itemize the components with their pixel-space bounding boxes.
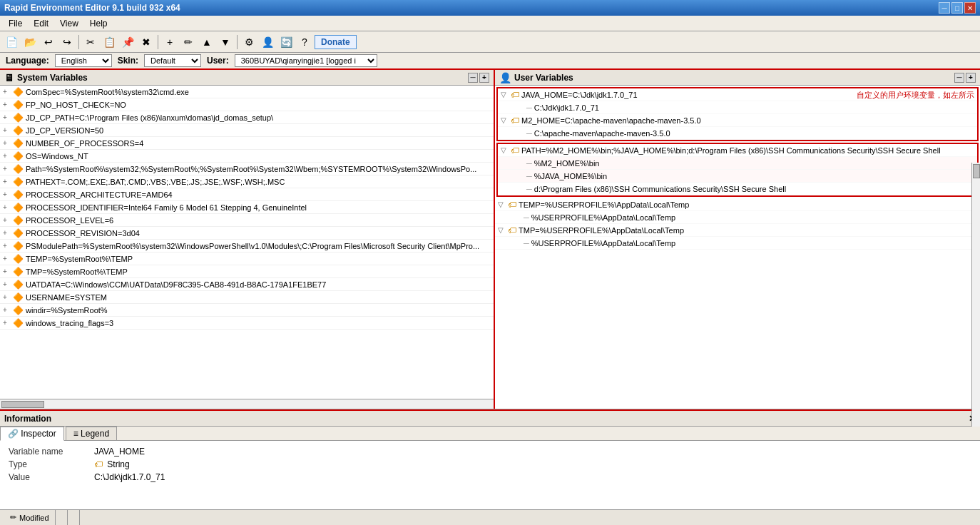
sysvar-pathext[interactable]: + 🔶 PATHEXT=.COM;.EXE;.BAT;.CMD;.VBS;.VB… bbox=[0, 175, 494, 188]
menu-file[interactable]: File bbox=[3, 17, 28, 30]
refresh-button[interactable]: 🔄 bbox=[277, 34, 295, 51]
language-label: Language: bbox=[6, 56, 49, 66]
uservar-temp[interactable]: ▽ 🏷 TEMP=%USERPROFILE%\AppData\Local\Tem… bbox=[495, 198, 980, 211]
status-segment-3 bbox=[68, 510, 80, 525]
delete-button[interactable]: ✖ bbox=[138, 34, 155, 51]
close-button[interactable]: ✕ bbox=[964, 2, 976, 14]
sys-panel-minimize[interactable]: ─ bbox=[468, 73, 478, 83]
toolbar-separator-2 bbox=[158, 35, 158, 49]
cut-button[interactable]: ✂ bbox=[82, 34, 99, 51]
user-panel-expand[interactable]: + bbox=[966, 73, 976, 83]
help-button[interactable]: ? bbox=[296, 34, 313, 51]
info-varname-row: Variable name JAVA_HOME bbox=[9, 447, 971, 457]
user-panel-buttons: ─ + bbox=[954, 73, 976, 83]
uservar-path-m2[interactable]: ─ %M2_HOME%\bin bbox=[498, 157, 977, 170]
sys-panel-icon: 🖥 bbox=[4, 72, 14, 83]
tab-inspector[interactable]: 🔗 Inspector bbox=[0, 427, 64, 441]
user-label: User: bbox=[207, 56, 229, 66]
profile-button[interactable]: 👤 bbox=[259, 34, 276, 51]
uservar-path[interactable]: ▽ 🏷 PATH=%M2_HOME%\bin;%JAVA_HOME%\bin;d… bbox=[498, 144, 977, 157]
uservar-path-ssh[interactable]: ─ d:\Program Files (x86)\SSH Communicati… bbox=[498, 183, 977, 195]
user-panel-header: 👤 User Variables ─ + bbox=[495, 70, 980, 86]
redo-button[interactable]: ↪ bbox=[58, 34, 76, 51]
sysvar-num-processors[interactable]: + 🔶 NUMBER_OF_PROCESSORS=4 bbox=[0, 137, 494, 150]
user-panel-icon: 👤 bbox=[499, 72, 511, 83]
menu-view[interactable]: View bbox=[54, 17, 84, 30]
status-modified: ✏ Modified bbox=[4, 510, 56, 525]
system-variables-panel: 🖥 System Variables ─ + + 🔶 ComSpec=%Syst… bbox=[0, 70, 495, 409]
edit-button[interactable]: ✏ bbox=[180, 34, 197, 51]
sysvar-path[interactable]: + 🔶 Path=%SystemRoot%\system32;%SystemRo… bbox=[0, 163, 494, 175]
sysvar-compspec[interactable]: + 🔶 ComSpec=%SystemRoot%\system32\cmd.ex… bbox=[0, 86, 494, 98]
sys-variables-list: + 🔶 ComSpec=%SystemRoot%\system32\cmd.ex… bbox=[0, 86, 494, 399]
sysvar-proc-id[interactable]: + 🔶 PROCESSOR_IDENTIFIER=Intel64 Family … bbox=[0, 201, 494, 214]
toolbar: 📄 📂 ↩ ↪ ✂ 📋 📌 ✖ + ✏ ▲ ▼ ⚙ 👤 🔄 ? Donate bbox=[0, 31, 980, 53]
sysvar-jd-cp-version[interactable]: + 🔶 JD_CP_VERSION=50 bbox=[0, 124, 494, 137]
add-button[interactable]: + bbox=[161, 34, 178, 51]
donate-button[interactable]: Donate bbox=[315, 35, 357, 49]
sys-panel-header: 🖥 System Variables ─ + bbox=[0, 70, 494, 86]
tab-legend[interactable]: ≡ Legend bbox=[66, 427, 117, 440]
sysvar-username[interactable]: + 🔶 USERNAME=SYSTEM bbox=[0, 291, 494, 304]
user-vscrollbar[interactable] bbox=[971, 163, 980, 427]
minimize-button[interactable]: ─ bbox=[939, 2, 950, 14]
sysvar-jd-cp-path[interactable]: + 🔶 JD_CP_PATH=C:\Program Files (x86)\la… bbox=[0, 111, 494, 124]
sysvar-proc-arch[interactable]: + 🔶 PROCESSOR_ARCHITECTURE=AMD64 bbox=[0, 188, 494, 201]
skin-select[interactable]: Default bbox=[144, 54, 201, 67]
statusbar: ✏ Modified bbox=[0, 509, 980, 525]
uservar-tmp[interactable]: ▽ 🏷 TMP=%USERPROFILE%\AppData\Local\Temp bbox=[495, 224, 980, 237]
move-up-button[interactable]: ▲ bbox=[198, 34, 215, 51]
user-panel-title: User Variables bbox=[514, 73, 573, 83]
open-button[interactable]: 📂 bbox=[21, 34, 39, 51]
language-select[interactable]: English bbox=[55, 54, 112, 67]
app-title: Rapid Environment Editor 9.1 build 932 x… bbox=[4, 3, 180, 13]
uservar-m2-home-value[interactable]: ─ C:\apache-maven\apache-maven-3.5.0 bbox=[498, 127, 977, 140]
undo-button[interactable]: ↩ bbox=[40, 34, 57, 51]
uservar-temp-value[interactable]: ─ %USERPROFILE%\AppData\Local\Temp bbox=[495, 211, 980, 224]
uservar-tmp-value[interactable]: ─ %USERPROFILE%\AppData\Local\Temp bbox=[495, 237, 980, 250]
copy-button[interactable]: 📋 bbox=[101, 34, 118, 51]
langbar: Language: English Skin: Default User: 36… bbox=[0, 53, 980, 70]
main-area: 🖥 System Variables ─ + + 🔶 ComSpec=%Syst… bbox=[0, 70, 980, 409]
sysvar-windir[interactable]: + 🔶 windir=%SystemRoot% bbox=[0, 304, 494, 317]
sysvar-tracing[interactable]: + 🔶 windows_tracing_flags=3 bbox=[0, 317, 494, 330]
string-type-icon: 🏷 bbox=[94, 459, 103, 469]
hscroll-thumb[interactable] bbox=[1, 401, 44, 408]
move-down-button[interactable]: ▼ bbox=[217, 34, 234, 51]
info-varname-label: Variable name bbox=[9, 447, 94, 457]
paste-button[interactable]: 📌 bbox=[119, 34, 136, 51]
user-panel-minimize[interactable]: ─ bbox=[954, 73, 964, 83]
sysvar-proc-rev[interactable]: + 🔶 PROCESSOR_REVISION=3d04 bbox=[0, 227, 494, 240]
uservar-m2-home[interactable]: ▽ 🏷 M2_HOME=C:\apache-maven\apache-maven… bbox=[498, 114, 977, 127]
sysvar-uatdata[interactable]: + 🔶 UATDATA=C:\Windows\CCM\UATData\D9F8C… bbox=[0, 278, 494, 291]
user-variables-list: 自定义的用户环境变量，如左所示 ▽ 🏷 JAVA_HOME=C:\Jdk\jdk… bbox=[495, 86, 980, 409]
toolbar-separator-3 bbox=[237, 35, 238, 49]
modified-icon: ✏ bbox=[10, 513, 16, 522]
info-content: Variable name JAVA_HOME Type 🏷 String Va… bbox=[0, 441, 980, 491]
sysvar-proc-level[interactable]: + 🔶 PROCESSOR_LEVEL=6 bbox=[0, 214, 494, 227]
info-type-label: Type bbox=[9, 459, 94, 469]
user-vscroll-thumb[interactable] bbox=[973, 164, 980, 178]
status-segment-2 bbox=[56, 510, 68, 525]
sysvar-os[interactable]: + 🔶 OS=Windows_NT bbox=[0, 150, 494, 163]
uservar-java-home-value[interactable]: ─ C:\Jdk\jdk1.7.0_71 bbox=[498, 101, 977, 114]
sys-panel-expand[interactable]: + bbox=[479, 73, 489, 83]
info-value-label: Value bbox=[9, 472, 94, 482]
sys-hscrollbar[interactable] bbox=[0, 399, 494, 409]
info-panel-title: Information bbox=[4, 414, 51, 424]
sysvar-tmp[interactable]: + 🔶 TMP=%SystemRoot%\TEMP bbox=[0, 265, 494, 278]
sysvar-fp-no-host[interactable]: + 🔶 FP_NO_HOST_CHECK=NO bbox=[0, 98, 494, 111]
sysvar-psmodulepath[interactable]: + 🔶 PSModulePath=%SystemRoot%\system32\W… bbox=[0, 240, 494, 253]
menu-help[interactable]: Help bbox=[84, 17, 113, 30]
java-m2-group: 自定义的用户环境变量，如左所示 ▽ 🏷 JAVA_HOME=C:\Jdk\jdk… bbox=[496, 87, 979, 141]
new-button[interactable]: 📄 bbox=[3, 34, 20, 51]
path-group: 加入PATH环境变量的方式，如左所示，也可通过路径直接加入，但是这种方式更好 ▽… bbox=[496, 143, 979, 197]
uservar-path-java[interactable]: ─ %JAVA_HOME%\bin bbox=[498, 170, 977, 183]
settings-button[interactable]: ⚙ bbox=[240, 34, 257, 51]
user-select[interactable]: 360BUYAD\qianyingjie1 [logged i bbox=[235, 54, 377, 67]
sysvar-temp[interactable]: + 🔶 TEMP=%SystemRoot%\TEMP bbox=[0, 253, 494, 265]
info-value-value: C:\Jdk\jdk1.7.0_71 bbox=[94, 472, 165, 482]
maximize-button[interactable]: □ bbox=[951, 2, 963, 14]
uservar-java-home[interactable]: ▽ 🏷 JAVA_HOME=C:\Jdk\jdk1.7.0_71 bbox=[498, 88, 977, 101]
menu-edit[interactable]: Edit bbox=[28, 17, 54, 30]
